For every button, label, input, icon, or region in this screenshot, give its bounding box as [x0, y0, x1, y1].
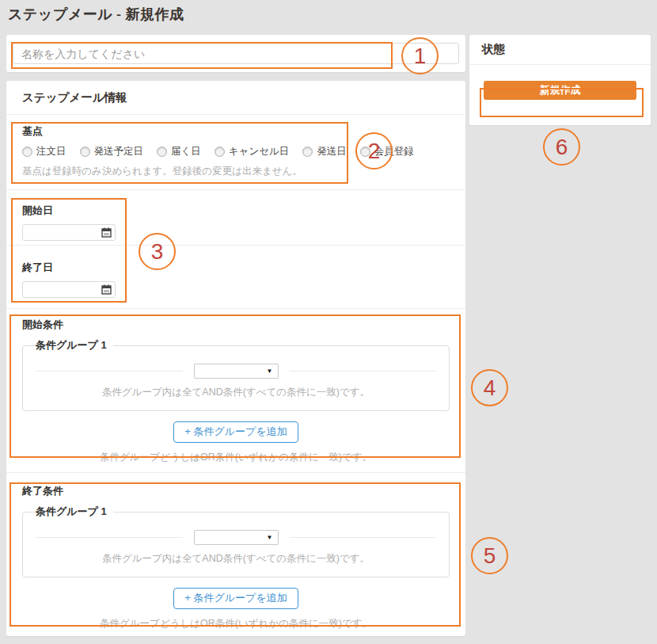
end-date-field[interactable] — [22, 281, 116, 298]
end-date-input[interactable] — [28, 284, 101, 295]
divider — [290, 371, 437, 372]
radio-icon[interactable] — [80, 147, 90, 157]
name-card — [6, 35, 465, 72]
start-date-group: 開始日 — [6, 190, 465, 246]
radio-icon[interactable] — [360, 147, 370, 157]
calendar-icon[interactable] — [101, 284, 112, 295]
radio-planned-ship-date[interactable]: 発送予定日 — [80, 145, 144, 158]
base-point-label: 基点 — [22, 124, 450, 139]
and-condition-note: 条件グループ内は全てAND条件(すべての条件に一致)です。 — [36, 386, 436, 399]
condition-group-1-fieldset: 条件グループ 1 ▼ 条件グループ内は全てAND条件(すべての条件に一致)です。 — [22, 505, 450, 577]
page-title: ステップメール - 新規作成 — [8, 5, 184, 24]
info-card-header: ステップメール情報 — [6, 81, 465, 115]
radio-cancel-date[interactable]: キャンセル日 — [215, 145, 289, 158]
start-condition-group: 開始条件 条件グループ 1 ▼ 条件グループ内は全てAND条件(すべての条件に一… — [6, 309, 465, 473]
condition-select[interactable]: ▼ — [194, 530, 279, 545]
radio-order-date[interactable]: 注文日 — [22, 145, 66, 158]
divider — [290, 537, 437, 538]
annotation-circle-4: 4 — [471, 369, 508, 406]
base-point-note: 基点は登録時のみ決められます。登録後の変更は出来ません。 — [22, 165, 450, 178]
name-input[interactable] — [13, 43, 459, 64]
annotation-number: 5 — [484, 543, 496, 569]
radio-member-registration[interactable]: 会員登録 — [360, 145, 414, 158]
radio-icon[interactable] — [22, 147, 32, 157]
condition-group-1-fieldset: 条件グループ 1 ▼ 条件グループ内は全てAND条件(すべての条件に一致)です。 — [22, 338, 450, 411]
page: ステップメール - 新規作成 ステップメール情報 基点 注文日 発送予定日 届く… — [0, 0, 657, 644]
end-condition-group: 終了条件 条件グループ 1 ▼ 条件グループ内は全てAND条件(すべての条件に一… — [6, 473, 465, 636]
status-card: 状態 新規作成 — [469, 35, 651, 125]
condition-select[interactable]: ▼ — [194, 364, 279, 379]
start-date-field[interactable] — [22, 224, 116, 241]
add-condition-group-button[interactable]: + 条件グループを追加 — [173, 588, 298, 609]
create-new-button[interactable]: 新規作成 — [484, 81, 636, 100]
condition-group-1-legend: 条件グループ 1 — [36, 338, 113, 352]
condition-group-1-legend: 条件グループ 1 — [36, 505, 113, 519]
or-condition-note: 条件グループどうしはOR条件(いずれかの条件に一致)です。 — [22, 617, 450, 631]
start-condition-label: 開始条件 — [22, 318, 450, 332]
end-date-group: 終了日 — [6, 246, 465, 309]
condition-row: ▼ — [36, 530, 436, 545]
annotation-circle-6: 6 — [543, 128, 580, 166]
annotation-number: 4 — [484, 375, 496, 401]
status-card-header: 状態 — [469, 35, 651, 65]
annotation-number: 6 — [556, 135, 568, 160]
calendar-icon[interactable] — [101, 227, 112, 238]
condition-row: ▼ — [36, 364, 436, 379]
chevron-down-icon: ▼ — [267, 535, 273, 541]
or-condition-note: 条件グループどうしはOR条件(いずれかの条件に一致)です。 — [22, 451, 450, 464]
chevron-down-icon: ▼ — [267, 368, 273, 375]
end-date-label: 終了日 — [22, 261, 450, 275]
base-point-group: 基点 注文日 発送予定日 届く日 キャンセル日 — [6, 115, 465, 190]
and-condition-note: 条件グループ内は全てAND条件(すべての条件に一致)です。 — [36, 552, 436, 566]
radio-icon[interactable] — [215, 147, 225, 157]
radio-ship-date[interactable]: 発送日 — [302, 145, 347, 158]
end-condition-label: 終了条件 — [22, 484, 450, 498]
stepmail-info-card: ステップメール情報 基点 注文日 発送予定日 届く日 キャ — [6, 81, 465, 636]
start-date-input[interactable] — [28, 227, 101, 238]
radio-icon[interactable] — [302, 147, 313, 157]
radio-arrival-date[interactable]: 届く日 — [157, 145, 201, 158]
annotation-circle-5: 5 — [471, 537, 508, 574]
start-date-label: 開始日 — [22, 204, 450, 218]
radio-icon[interactable] — [157, 147, 167, 157]
divider — [36, 537, 183, 538]
base-point-radio-row: 注文日 発送予定日 届く日 キャンセル日 発送日 — [22, 146, 450, 157]
add-condition-group-button[interactable]: + 条件グループを追加 — [173, 421, 298, 443]
divider — [36, 371, 183, 372]
